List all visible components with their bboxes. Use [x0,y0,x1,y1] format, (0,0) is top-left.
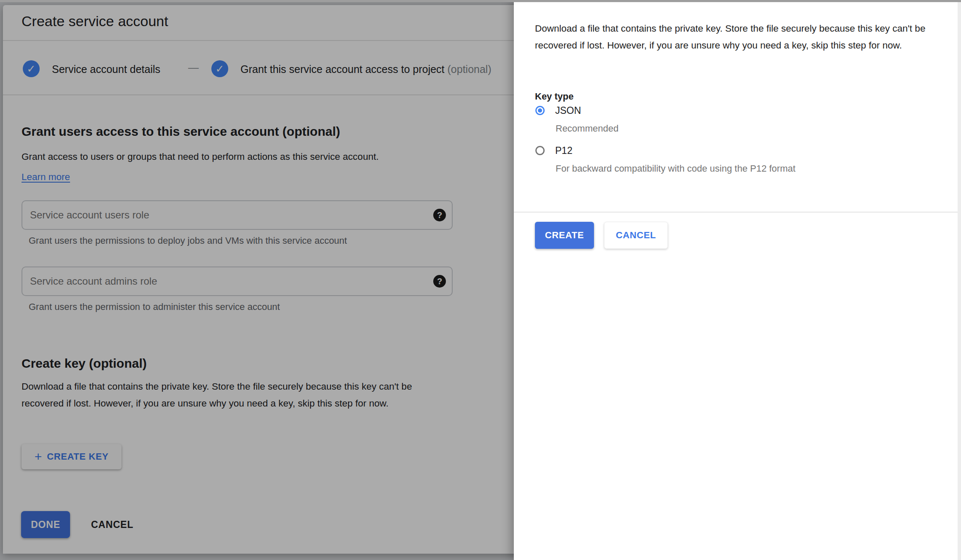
key-type-label: Key type [535,91,574,102]
modal-scrim [0,0,514,560]
create-key-panel: Download a file that contains the privat… [514,0,961,560]
create-service-account-screen: Create service account ✓ Service account… [0,0,961,560]
create-button[interactable]: CREATE [535,222,594,249]
key-type-p12-label[interactable]: P12 [555,145,572,156]
scrollbar-gutter[interactable] [958,2,961,560]
json-option-description: Recommended [556,122,618,135]
key-type-json-label[interactable]: JSON [555,105,581,116]
panel-cancel-button[interactable]: CANCEL [604,222,668,249]
key-type-option-json[interactable]: JSON [535,105,581,116]
radio-selected-icon[interactable] [535,106,545,115]
window-top-edge [0,0,961,2]
p12-option-description: For backward compatibility with code usi… [556,162,796,175]
key-panel-description: Download a file that contains the privat… [535,20,957,54]
panel-footer-divider [514,212,961,213]
key-type-option-p12[interactable]: P12 [535,145,572,156]
radio-unselected-icon[interactable] [535,146,545,155]
